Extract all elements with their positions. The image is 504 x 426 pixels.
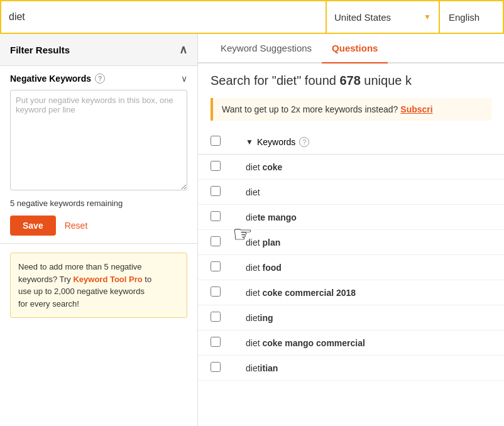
row-checkbox[interactable] [211, 211, 221, 221]
tab-keyword-suggestions[interactable]: Keyword Suggestions [211, 34, 322, 63]
table-row: diet coke commercial 2018 [198, 280, 504, 305]
keyword-cell: diet coke commercial 2018 [233, 280, 504, 305]
save-button[interactable]: Save [10, 216, 56, 236]
table-row: diet coke mango commercial [198, 330, 504, 356]
keyword-tool-pro-link[interactable]: Keyword Tool Pro [73, 275, 142, 284]
negative-keywords-header: Negative Keywords ? ∨ [10, 74, 187, 84]
keywords-table: ▼ Keywords ? diet cokediet diete mangodi… [198, 129, 504, 381]
row-checkbox[interactable] [211, 261, 221, 271]
table-row: dietitian [198, 356, 504, 381]
row-checkbox[interactable] [211, 312, 221, 322]
language-display: English [440, 1, 503, 33]
row-checkbox[interactable] [211, 337, 221, 347]
row-checkbox[interactable] [211, 287, 221, 297]
sidebar: Filter Results ∧ Negative Keywords ? ∨ 5… [0, 34, 198, 426]
collapse-icon[interactable]: ∧ [179, 43, 187, 57]
help-icon[interactable]: ? [95, 74, 105, 84]
table-row: diet plan [198, 230, 504, 255]
table-row: diet food [198, 255, 504, 280]
table-row: diet [198, 180, 504, 205]
tab-questions[interactable]: Questions [322, 34, 388, 63]
sort-arrow-icon[interactable]: ▼ [246, 138, 253, 146]
table-row: diet coke [198, 155, 504, 180]
row-checkbox[interactable] [211, 362, 221, 372]
negative-keywords-section: Negative Keywords ? ∨ 5 negative keyword… [0, 66, 197, 244]
keyword-cell: diet coke [233, 155, 504, 180]
keyword-cell: dieting [233, 305, 504, 330]
action-buttons: Save Reset [10, 216, 187, 236]
table-row: diete mango [198, 205, 504, 230]
row-checkbox[interactable] [211, 236, 221, 246]
main-layout: Filter Results ∧ Negative Keywords ? ∨ 5… [0, 34, 504, 426]
reset-button[interactable]: Reset [65, 221, 88, 231]
negative-keywords-title: Negative Keywords ? [10, 74, 105, 84]
country-select-wrap: United States ▼ [327, 1, 440, 33]
help-icon-keywords[interactable]: ? [299, 137, 309, 147]
promo-box: Need to add more than 5 negativekeywords… [10, 253, 187, 318]
th-checkbox [198, 129, 233, 155]
country-select[interactable]: United States [334, 12, 431, 23]
tabs-row: Keyword Suggestions Questions [198, 34, 504, 63]
keyword-cell: diet coke mango commercial [233, 330, 504, 356]
keyword-cell: diete mango [233, 205, 504, 230]
chevron-down-icon[interactable]: ∨ [181, 74, 187, 84]
content-area: Keyword Suggestions Questions Search for… [198, 34, 504, 426]
header-bar: United States ▼ English [0, 0, 504, 34]
row-checkbox[interactable] [211, 161, 221, 171]
row-checkbox[interactable] [211, 186, 221, 196]
search-result-title: Search for "diet" found 678 unique k [198, 63, 504, 98]
table-row: dieting [198, 305, 504, 330]
search-input[interactable] [9, 11, 318, 23]
filter-results-label: Filter Results [10, 45, 70, 55]
th-keywords: ▼ Keywords ? [233, 129, 504, 155]
subscribe-link[interactable]: Subscri [400, 104, 432, 114]
subscribe-banner: Want to get up to 2x more keywords inste… [211, 98, 491, 121]
keyword-cell: diet [233, 180, 504, 205]
filter-results-header: Filter Results ∧ [0, 34, 197, 66]
keyword-cell: diet food [233, 255, 504, 280]
remaining-text: 5 negative keywords remaining [10, 199, 187, 208]
search-input-wrap [1, 1, 327, 33]
select-all-checkbox[interactable] [211, 136, 221, 146]
negative-keywords-textarea[interactable] [10, 90, 187, 190]
keyword-cell: diet plan [233, 230, 504, 255]
keyword-cell: dietitian [233, 356, 504, 381]
